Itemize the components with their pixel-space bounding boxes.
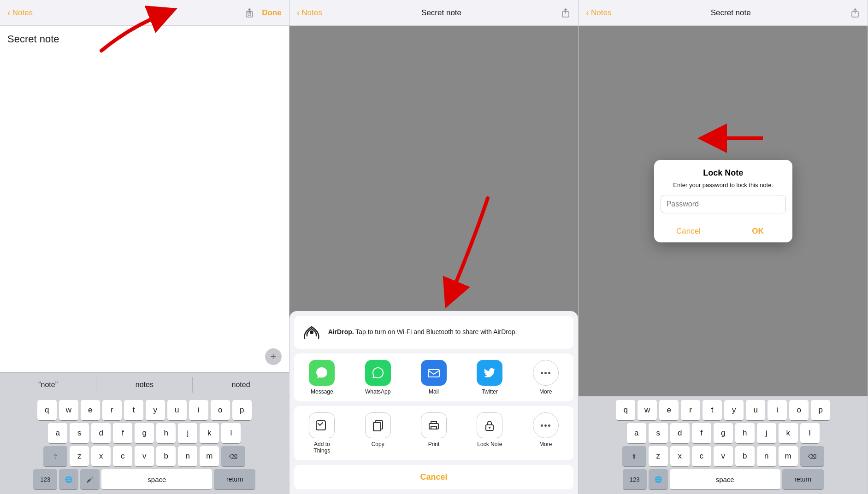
airdrop-icon <box>301 322 322 342</box>
apps-row: Message WhatsApp <box>294 353 574 401</box>
action-add-to-things[interactable]: Add to Things <box>305 412 338 454</box>
mail-app-icon <box>421 360 447 386</box>
key-u[interactable]: u <box>167 400 187 420</box>
action-copy[interactable]: Copy <box>361 412 395 454</box>
action-lock-note-label: Lock Note <box>477 441 502 447</box>
key-space[interactable]: space <box>101 469 212 489</box>
share-icon-2[interactable] <box>561 8 571 18</box>
lock-dialog-cancel-button[interactable]: Cancel <box>654 220 724 242</box>
autocomplete-item-3[interactable]: noted <box>193 377 289 393</box>
key-q[interactable]: q <box>37 400 57 420</box>
print-icon <box>421 412 447 438</box>
key-l[interactable]: l <box>221 423 241 443</box>
key-o[interactable]: o <box>211 400 230 420</box>
action-print[interactable]: Print <box>417 412 450 454</box>
action-copy-label: Copy <box>372 441 384 447</box>
lock-dialog-input-wrap <box>654 195 792 220</box>
key-return[interactable]: return <box>214 469 255 489</box>
nav-back-1[interactable]: ‹ Notes <box>7 7 33 18</box>
key-d[interactable]: d <box>91 423 111 443</box>
note-title-1: Secret note <box>7 33 282 45</box>
action-more[interactable]: More <box>529 412 562 454</box>
key-s[interactable]: s <box>70 423 89 443</box>
action-more-label: More <box>539 441 552 447</box>
more-apps-icon <box>533 360 559 386</box>
key-shift[interactable]: ⇧ <box>43 446 67 466</box>
svg-point-3 <box>310 330 313 334</box>
key-e[interactable]: e <box>81 400 100 420</box>
lock-dialog-title: Lock Note <box>654 160 792 180</box>
key-c[interactable]: c <box>113 446 132 466</box>
key-m[interactable]: m <box>200 446 219 466</box>
airdrop-title: AirDrop. <box>328 328 354 335</box>
key-y[interactable]: y <box>146 400 165 420</box>
autocomplete-item-1[interactable]: “note” <box>0 377 96 393</box>
app-twitter[interactable]: Twitter <box>473 360 506 395</box>
key-v[interactable]: v <box>135 446 154 466</box>
svg-rect-10 <box>431 426 437 429</box>
key-w[interactable]: w <box>59 400 78 420</box>
action-print-label: Print <box>428 441 440 447</box>
panel-2: ‹ Notes Secret note <box>289 0 579 494</box>
app-whatsapp[interactable]: WhatsApp <box>361 360 395 395</box>
svg-rect-5 <box>316 421 325 430</box>
key-t[interactable]: t <box>124 400 143 420</box>
key-x[interactable]: x <box>91 446 111 466</box>
key-i[interactable]: i <box>189 400 208 420</box>
key-p[interactable]: p <box>232 400 252 420</box>
share-sheet: AirDrop. Tap to turn on Wi-Fi and Blueto… <box>289 311 579 494</box>
whatsapp-app-icon <box>365 360 391 386</box>
airdrop-row[interactable]: AirDrop. Tap to turn on Wi-Fi and Blueto… <box>294 316 574 349</box>
lock-dialog: Lock Note Enter your password to lock th… <box>654 160 792 242</box>
airdrop-desc: Tap to turn on Wi-Fi and Bluetooth to sh… <box>355 328 517 335</box>
key-h[interactable]: h <box>156 423 176 443</box>
kb-row-2: a s d f g h j k l <box>2 423 287 443</box>
key-a[interactable]: a <box>48 423 67 443</box>
svg-rect-4 <box>428 370 439 377</box>
key-j[interactable]: j <box>178 423 197 443</box>
note-content-1[interactable]: Secret note <box>0 26 289 372</box>
dots-icon-2 <box>541 424 550 427</box>
key-k[interactable]: k <box>200 423 219 443</box>
key-n[interactable]: n <box>178 446 197 466</box>
key-z[interactable]: z <box>70 446 89 466</box>
key-b[interactable]: b <box>156 446 176 466</box>
lock-dialog-buttons: Cancel OK <box>654 220 792 242</box>
key-mic[interactable]: 🎤 <box>80 469 100 489</box>
lock-dialog-overlay: Lock Note Enter your password to lock th… <box>579 0 868 494</box>
key-g[interactable]: g <box>135 423 154 443</box>
airdrop-text: AirDrop. Tap to turn on Wi-Fi and Blueto… <box>328 328 517 337</box>
plus-button[interactable]: + <box>265 348 282 365</box>
panel-1: ‹ Notes Done Secret note + <box>0 0 289 494</box>
done-button[interactable]: Done <box>262 8 282 18</box>
share-sheet-inner: AirDrop. Tap to turn on Wi-Fi and Blueto… <box>294 316 574 489</box>
nav-back-2[interactable]: ‹ Notes <box>297 7 322 18</box>
nav-right-1: Done <box>244 8 282 18</box>
app-mail-label: Mail <box>429 388 439 395</box>
kb-row-1: q w e r t y u i o p <box>2 400 287 420</box>
nav-bar-2: ‹ Notes Secret note <box>289 0 579 26</box>
key-r[interactable]: r <box>102 400 122 420</box>
app-whatsapp-label: WhatsApp <box>365 388 390 395</box>
key-globe[interactable]: 🌐 <box>59 469 78 489</box>
dots-icon <box>541 372 550 374</box>
kb-row-4: 123 🌐 🎤 space return <box>2 469 287 489</box>
key-123[interactable]: 123 <box>33 469 57 489</box>
svg-point-12 <box>489 427 490 429</box>
svg-rect-7 <box>373 423 381 431</box>
lock-dialog-ok-button[interactable]: OK <box>723 220 792 242</box>
key-f[interactable]: f <box>113 423 132 443</box>
action-lock-note[interactable]: Lock Note <box>473 412 506 454</box>
panel-3: ‹ Notes Secret note Lock Note Enter your… <box>579 0 868 494</box>
app-message[interactable]: Message <box>305 360 338 395</box>
password-input[interactable] <box>661 195 786 213</box>
kb-row-3: ⇧ z x c v b n m ⌫ <box>2 446 287 466</box>
app-mail[interactable]: Mail <box>417 360 450 395</box>
share-icon-1[interactable] <box>244 8 254 18</box>
key-delete[interactable]: ⌫ <box>221 446 245 466</box>
action-add-to-things-label: Add to Things <box>305 441 338 454</box>
app-more-apps[interactable]: More <box>529 360 562 395</box>
share-cancel-button[interactable]: Cancel <box>294 465 574 489</box>
nav-back-label-2: Notes <box>301 8 322 18</box>
autocomplete-item-2[interactable]: notes <box>96 377 193 393</box>
